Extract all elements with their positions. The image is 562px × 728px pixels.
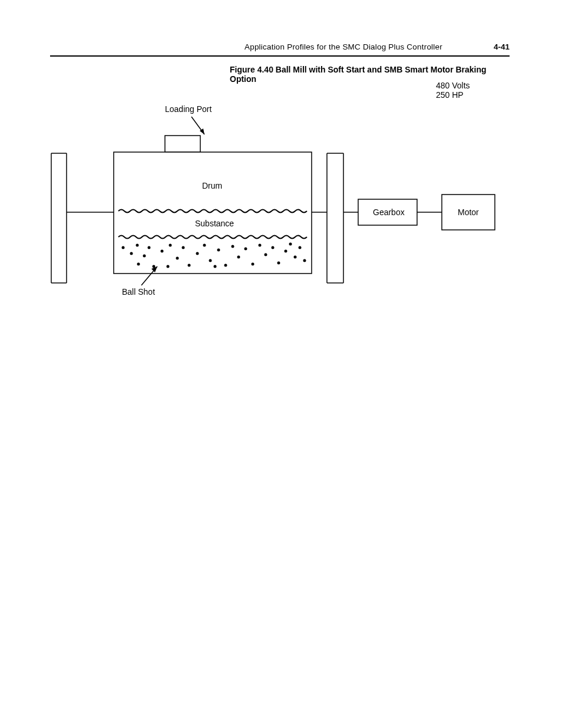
svg-point-13: [143, 255, 146, 258]
right-stand: [312, 153, 343, 283]
svg-point-31: [265, 253, 267, 256]
svg-point-33: [277, 262, 280, 265]
svg-point-40: [167, 265, 170, 268]
label-motor: Motor: [458, 207, 479, 217]
svg-point-17: [169, 244, 172, 247]
svg-point-14: [148, 246, 151, 249]
left-stand: [51, 153, 114, 283]
svg-point-29: [252, 263, 254, 266]
label-substance: Substance: [195, 219, 234, 228]
label-drum: Drum: [202, 181, 222, 190]
label-ball-shot: Ball Shot: [122, 287, 155, 297]
svg-point-11: [130, 252, 133, 255]
svg-point-37: [299, 246, 302, 249]
svg-point-22: [203, 244, 206, 247]
header-title: Application Profiles for the SMC Dialog …: [244, 42, 442, 51]
svg-point-24: [217, 249, 220, 252]
svg-point-41: [214, 265, 217, 268]
svg-point-25: [224, 264, 227, 267]
page-header: Application Profiles for the SMC Dialog …: [50, 41, 510, 57]
svg-point-12: [136, 244, 139, 247]
label-gearbox: Gearbox: [373, 207, 405, 217]
svg-point-28: [244, 248, 247, 251]
svg-point-34: [285, 250, 287, 253]
svg-point-32: [272, 246, 275, 249]
page-number: 4-41: [494, 42, 510, 51]
svg-point-21: [196, 252, 199, 255]
svg-point-18: [176, 257, 179, 260]
svg-point-20: [188, 264, 191, 267]
loading-port-box: [165, 136, 200, 152]
label-loading-port: Loading Port: [165, 104, 212, 114]
svg-point-38: [303, 259, 306, 262]
svg-point-23: [209, 259, 212, 262]
svg-point-10: [122, 246, 125, 249]
svg-point-26: [232, 245, 234, 248]
svg-point-16: [161, 250, 164, 253]
svg-point-27: [237, 256, 240, 259]
svg-point-36: [294, 256, 297, 259]
svg-point-39: [137, 263, 140, 266]
rating-hp: 250 HP: [436, 90, 464, 100]
svg-point-30: [259, 244, 262, 247]
svg-point-35: [289, 243, 292, 246]
rating-volts: 480 Volts: [436, 81, 470, 90]
svg-point-19: [182, 246, 185, 249]
figure-diagram: 480 Volts 250 HP Loading Port: [50, 77, 510, 336]
